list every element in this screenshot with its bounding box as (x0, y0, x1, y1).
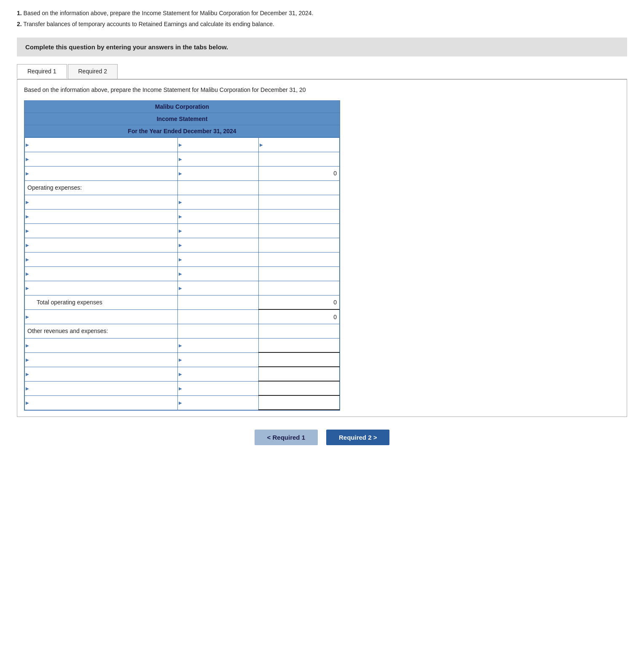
table-row (25, 137, 340, 152)
exp1-mid[interactable] (180, 196, 256, 208)
row1-mid-input[interactable] (180, 139, 256, 150)
other-label-right (258, 324, 339, 338)
table-row (25, 338, 340, 352)
exp2-mid[interactable] (180, 210, 256, 222)
tab-content: Based on the information above, prepare … (17, 80, 627, 417)
prev-button[interactable]: < Required 1 (255, 430, 318, 445)
table-row (25, 252, 340, 266)
statement-period: For the Year Ended December 31, 2024 (24, 125, 340, 137)
tab-required-1[interactable]: Required 1 (17, 64, 67, 79)
other5-label[interactable] (27, 397, 175, 408)
table-row-other-label: Other revenues and expenses: (25, 324, 340, 338)
row2-right-cell (258, 152, 339, 166)
other-revenues-label: Other revenues and expenses: (25, 324, 178, 338)
instruction-2: Transfer balances of temporary accounts … (23, 21, 274, 27)
table-row (25, 195, 340, 209)
complete-banner: Complete this question by entering your … (17, 38, 627, 56)
row3-label-input[interactable] (27, 167, 175, 179)
income-ops-label[interactable] (27, 311, 175, 322)
total-revenue-cell: 0 (258, 166, 339, 180)
statement-table: 0 Operating expenses: (24, 137, 340, 411)
exp5-mid[interactable] (180, 253, 256, 265)
instructions: 1. Based on the information above, prepa… (17, 8, 627, 29)
exp4-mid[interactable] (180, 239, 256, 251)
income-statement: Malibu Corporation Income Statement For … (24, 100, 340, 411)
exp3-label[interactable] (27, 225, 175, 236)
table-row-income-ops: 0 (25, 309, 340, 324)
table-row (25, 238, 340, 252)
exp7-mid[interactable] (180, 282, 256, 294)
bottom-nav: < Required 1 Required 2 > (17, 430, 627, 458)
row1-label-cell (25, 137, 178, 152)
exp5-label[interactable] (27, 253, 175, 265)
statement-company: Malibu Corporation (24, 101, 340, 113)
table-row: 0 (25, 166, 340, 180)
row1-mid-cell (177, 137, 258, 152)
other4-label[interactable] (27, 382, 175, 394)
table-row-total-operating: Total operating expenses 0 (25, 295, 340, 309)
exp2-label[interactable] (27, 210, 175, 222)
other1-label[interactable] (27, 339, 175, 351)
table-row (25, 223, 340, 238)
other5-mid[interactable] (180, 397, 256, 408)
operating-label-mid (177, 180, 258, 195)
exp4-label[interactable] (27, 239, 175, 251)
statement-title: Income Statement (24, 113, 340, 125)
exp6-label[interactable] (27, 268, 175, 280)
exp7-label[interactable] (27, 282, 175, 294)
row3-label-cell (25, 166, 178, 180)
exp1-label[interactable] (27, 196, 175, 208)
other1-mid[interactable] (180, 339, 256, 351)
table-row (25, 266, 340, 281)
other2-mid[interactable] (180, 354, 256, 366)
other4-mid[interactable] (180, 382, 256, 394)
other2-label[interactable] (27, 354, 175, 366)
row3-mid-input[interactable] (180, 167, 256, 179)
table-row (25, 367, 340, 381)
row2-mid-cell (177, 152, 258, 166)
exp3-mid[interactable] (180, 225, 256, 236)
next-button[interactable]: Required 2 > (326, 430, 389, 445)
row1-right-input[interactable] (261, 139, 337, 150)
row2-mid-input[interactable] (180, 153, 256, 165)
total-operating-mid (177, 295, 258, 309)
row1-label-input[interactable] (27, 139, 175, 150)
income-ops-value: 0 (258, 309, 339, 324)
total-operating-label: Total operating expenses (25, 295, 178, 309)
table-row (25, 381, 340, 395)
table-row-operating-label: Operating expenses: (25, 180, 340, 195)
row2-label-cell (25, 152, 178, 166)
table-row (25, 152, 340, 166)
row2-label-input[interactable] (27, 153, 175, 165)
operating-expenses-label: Operating expenses: (25, 180, 178, 195)
instruction-1: Based on the information above, prepare … (24, 10, 314, 16)
row3-mid-cell (177, 166, 258, 180)
other3-label[interactable] (27, 368, 175, 380)
row1-right-cell (258, 137, 339, 152)
operating-label-right (258, 180, 339, 195)
table-row (25, 209, 340, 223)
table-row (25, 281, 340, 295)
income-ops-mid (177, 309, 258, 324)
total-operating-value: 0 (258, 295, 339, 309)
tab-description: Based on the information above, prepare … (24, 86, 620, 94)
table-row (25, 395, 340, 410)
exp6-mid[interactable] (180, 268, 256, 280)
other-label-mid (177, 324, 258, 338)
other3-mid[interactable] (180, 368, 256, 380)
table-row (25, 352, 340, 367)
tab-required-2[interactable]: Required 2 (68, 64, 118, 79)
tabs-row: Required 1 Required 2 (17, 64, 627, 80)
